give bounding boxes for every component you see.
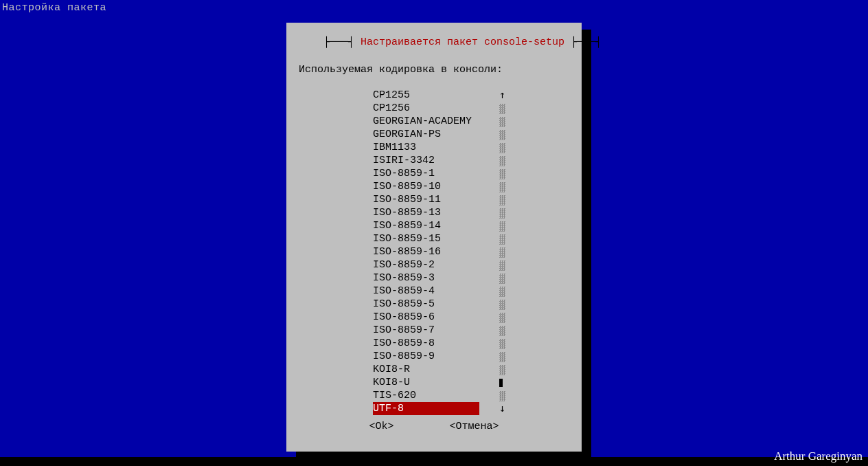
scroll-indicator: ↓	[499, 402, 505, 415]
list-item[interactable]: ISO-8859-5	[286, 298, 582, 311]
scroll-track-icon	[499, 300, 505, 310]
list-item[interactable]: ISIRI-3342	[286, 154, 582, 167]
scroll-indicator	[499, 311, 505, 324]
scroll-indicator	[499, 350, 505, 363]
scroll-track-icon	[499, 365, 505, 375]
scroll-indicator	[499, 258, 505, 271]
list-item[interactable]: ISO-8859-11	[286, 193, 582, 206]
list-item[interactable]: GEORGIAN-ACADEMY	[286, 115, 582, 128]
list-item-label: ISO-8859-9	[373, 350, 435, 363]
scroll-indicator	[499, 285, 505, 298]
scroll-track-icon	[499, 234, 505, 245]
list-item[interactable]: UTF-8↓	[286, 402, 582, 415]
scroll-indicator	[499, 193, 505, 206]
list-item-label: KOI8-R	[373, 363, 410, 376]
scroll-track-icon	[499, 117, 505, 127]
list-item[interactable]: ISO-8859-3	[286, 271, 582, 285]
list-item-label: ISO-8859-7	[373, 324, 435, 337]
list-item[interactable]: ISO-8859-16	[286, 245, 582, 258]
list-item[interactable]: CP1255↑	[286, 89, 582, 102]
scroll-indicator	[499, 102, 505, 115]
list-item[interactable]: ISO-8859-15	[286, 232, 582, 245]
scroll-indicator	[499, 115, 505, 128]
scroll-indicator	[499, 389, 505, 402]
scroll-indicator	[499, 128, 505, 141]
scroll-track-icon	[499, 169, 505, 179]
scroll-indicator	[499, 141, 505, 154]
scroll-indicator	[499, 271, 505, 285]
list-item-label: ISO-8859-8	[373, 337, 435, 350]
list-item[interactable]: ISO-8859-6	[286, 311, 582, 324]
ok-button[interactable]: <Ok>	[369, 421, 393, 432]
dialog-buttons: <Ok> <Отмена>	[286, 421, 582, 432]
scroll-track-icon	[499, 247, 505, 258]
cancel-button[interactable]: <Отмена>	[449, 421, 499, 432]
list-item-label: ISO-8859-5	[373, 298, 435, 311]
encoding-list[interactable]: CP1255↑CP1256GEORGIAN-ACADEMYGEORGIAN-PS…	[286, 89, 582, 415]
scroll-track-icon	[499, 130, 505, 140]
list-item-label: ISO-8859-6	[373, 311, 435, 324]
list-item[interactable]: ISO-8859-8	[286, 337, 582, 350]
scroll-track-icon	[499, 313, 505, 323]
scroll-track-icon	[499, 104, 505, 114]
list-item[interactable]: ISO-8859-14	[286, 219, 582, 232]
dialog-prompt: Используемая кодировка в консоли:	[299, 64, 503, 76]
list-item-label: GEORGIAN-PS	[373, 128, 441, 141]
scroll-indicator	[499, 232, 505, 245]
scroll-indicator	[499, 219, 505, 232]
list-item[interactable]: KOI8-R	[286, 363, 582, 376]
list-item[interactable]: TIS-620	[286, 389, 582, 402]
scroll-track-icon	[499, 156, 505, 166]
title-border-left: ├───┤	[323, 36, 361, 48]
scroll-track-icon	[499, 274, 505, 284]
scroll-track-icon	[499, 208, 505, 219]
list-item[interactable]: ISO-8859-4	[286, 285, 582, 298]
scroll-track-icon	[499, 391, 505, 401]
scroll-track-icon	[499, 326, 505, 336]
list-item-label: ISO-8859-13	[373, 206, 441, 219]
list-item-label: IBM1133	[373, 141, 416, 154]
list-item-label: TIS-620	[373, 389, 416, 402]
list-item-label: KOI8-U	[373, 376, 410, 389]
dialog-title-row: ├───┤ Настраивается пакет console-setup …	[286, 27, 582, 58]
scroll-track-icon	[499, 260, 505, 271]
scroll-indicator	[499, 376, 503, 389]
list-item[interactable]: ISO-8859-9	[286, 350, 582, 363]
scroll-indicator	[499, 363, 505, 376]
scroll-track-icon	[499, 339, 505, 349]
scroll-indicator	[499, 154, 505, 167]
list-item-label: ISO-8859-1	[373, 167, 435, 180]
list-item[interactable]: ISO-8859-2	[286, 258, 582, 271]
list-item[interactable]: KOI8-U	[286, 376, 582, 389]
title-border-right: ├───┤	[564, 36, 602, 48]
list-item[interactable]: ISO-8859-1	[286, 167, 582, 180]
list-item-label: ISO-8859-15	[373, 232, 441, 245]
terminal-screen: Настройка пакета ├───┤ Настраивается пак…	[0, 0, 868, 457]
list-item[interactable]: ISO-8859-7	[286, 324, 582, 337]
list-item-label: ISO-8859-16	[373, 245, 441, 258]
list-item[interactable]: CP1256	[286, 102, 582, 115]
list-item-label: ISO-8859-10	[373, 180, 441, 193]
scroll-indicator	[499, 337, 505, 350]
list-item[interactable]: IBM1133	[286, 141, 582, 154]
list-item-label: UTF-8	[373, 402, 479, 415]
list-item-label: CP1256	[373, 102, 410, 115]
list-item[interactable]: ISO-8859-10	[286, 180, 582, 193]
list-item-label: ISIRI-3342	[373, 154, 435, 167]
scroll-indicator	[499, 324, 505, 337]
list-item[interactable]: GEORGIAN-PS	[286, 128, 582, 141]
list-item-label: ISO-8859-2	[373, 258, 435, 271]
dialog-title: Настраивается пакет console-setup	[361, 36, 564, 48]
list-item-label: GEORGIAN-ACADEMY	[373, 115, 472, 128]
list-item[interactable]: ISO-8859-13	[286, 206, 582, 219]
scroll-track-icon	[499, 221, 505, 232]
scroll-indicator	[499, 167, 505, 180]
list-item-label: ISO-8859-4	[373, 285, 435, 298]
scroll-indicator	[499, 245, 505, 258]
list-item-label: CP1255	[373, 89, 410, 102]
list-item-label: ISO-8859-14	[373, 219, 441, 232]
scroll-indicator	[499, 298, 505, 311]
scroll-indicator	[499, 180, 505, 193]
screen-title: Настройка пакета	[2, 2, 106, 14]
list-item-label: ISO-8859-11	[373, 193, 441, 206]
